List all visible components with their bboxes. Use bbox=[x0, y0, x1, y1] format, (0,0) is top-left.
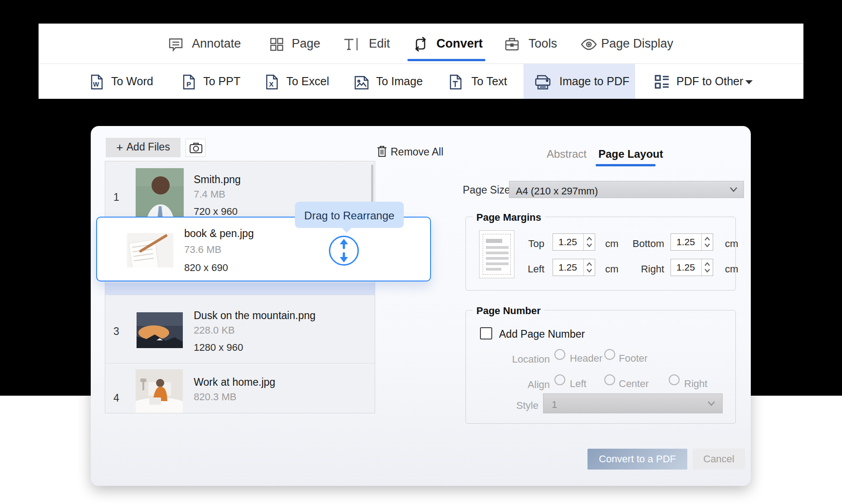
active-tab-underline bbox=[407, 59, 485, 61]
trash-icon bbox=[377, 145, 387, 160]
file-list[interactable]: 1 Smith.png 7.4 MB 720 x 960 3 bbox=[105, 161, 375, 413]
align-left-label[interactable]: Left bbox=[570, 379, 587, 389]
menu-to-text[interactable]: To Text bbox=[471, 76, 507, 87]
drag-to-rearrange-tooltip: Drag to Rearrange bbox=[295, 202, 404, 228]
file-thumbnail-home bbox=[136, 369, 183, 413]
menu-to-ppt[interactable]: To PPT bbox=[203, 76, 240, 87]
margin-right-input[interactable] bbox=[671, 259, 713, 276]
location-header-label[interactable]: Header bbox=[570, 354, 602, 363]
text-file-icon bbox=[448, 73, 464, 92]
stepper-arrows[interactable] bbox=[583, 259, 595, 276]
margin-right-label: Right bbox=[623, 263, 664, 275]
align-right-radio[interactable] bbox=[669, 374, 680, 385]
location-footer-radio[interactable] bbox=[604, 349, 615, 360]
briefcase-icon bbox=[504, 36, 520, 54]
active-tab-underline bbox=[596, 164, 656, 166]
margin-right-value[interactable] bbox=[671, 259, 702, 276]
image-to-pdf-icon bbox=[534, 73, 552, 92]
menu-pdf-to-other[interactable]: PDF to Other bbox=[676, 76, 743, 87]
drop-position-indicator bbox=[105, 283, 375, 295]
file-index: 4 bbox=[113, 392, 119, 404]
margin-bottom-value[interactable] bbox=[671, 234, 702, 250]
add-page-number-label[interactable]: Add Page Number bbox=[499, 329, 585, 339]
margin-left-value[interactable] bbox=[553, 259, 584, 276]
menu-to-image[interactable]: To Image bbox=[376, 76, 423, 87]
page-number-title: Page Number bbox=[473, 305, 544, 317]
tab-edit[interactable]: Edit bbox=[369, 38, 390, 50]
file-dimensions: 720 x 960 bbox=[194, 206, 238, 218]
page-margins-title: Page Margins bbox=[473, 212, 545, 223]
ppt-file-icon: P bbox=[181, 73, 197, 92]
row-divider bbox=[105, 363, 375, 363]
stepper-arrows[interactable] bbox=[701, 234, 713, 250]
image-to-pdf-dialog: + Add Files Remove All Abstract Page Lay… bbox=[91, 126, 751, 486]
menu-to-excel[interactable]: To Excel bbox=[286, 76, 329, 87]
cancel-button[interactable]: Cancel bbox=[693, 449, 745, 470]
stepper-arrows[interactable] bbox=[583, 234, 595, 250]
file-name: Smith.png bbox=[194, 174, 241, 186]
margin-top-value[interactable] bbox=[553, 234, 584, 250]
toolbar-divider bbox=[39, 63, 803, 64]
margin-top-input[interactable] bbox=[553, 233, 595, 251]
tab-page-display[interactable]: Page Display bbox=[601, 38, 673, 50]
style-value: 1 bbox=[552, 399, 557, 411]
excel-file-icon: X bbox=[264, 73, 280, 92]
page-size-dropdown[interactable]: A4 (210 x 297mm) bbox=[509, 181, 744, 198]
file-size: 228.0 KB bbox=[194, 325, 235, 336]
tab-tools[interactable]: Tools bbox=[529, 38, 557, 50]
align-center-radio[interactable] bbox=[604, 374, 615, 385]
margin-top-label: Top bbox=[513, 238, 544, 250]
drag-handle-icon[interactable] bbox=[329, 236, 359, 266]
align-left-radio[interactable] bbox=[554, 374, 565, 385]
margin-bottom-input[interactable] bbox=[671, 233, 713, 251]
align-center-label[interactable]: Center bbox=[619, 379, 649, 389]
tab-page-layout[interactable]: Page Layout bbox=[598, 149, 663, 160]
remove-all-label[interactable]: Remove All bbox=[391, 147, 443, 157]
pdf-to-other-icon bbox=[654, 73, 670, 92]
margin-left-input[interactable] bbox=[553, 259, 595, 276]
stepper-arrows[interactable] bbox=[701, 259, 713, 276]
camera-capture-button[interactable] bbox=[186, 139, 206, 157]
tab-page[interactable]: Page bbox=[292, 38, 320, 50]
menu-to-word[interactable]: To Word bbox=[111, 76, 153, 87]
menu-image-to-pdf[interactable]: Image to PDF bbox=[559, 76, 629, 87]
file-index: 1 bbox=[113, 191, 119, 204]
add-page-number-checkbox[interactable] bbox=[480, 327, 492, 339]
location-footer-label[interactable]: Footer bbox=[619, 354, 648, 363]
margins-preview-icon bbox=[479, 230, 514, 278]
unit-label: cm bbox=[725, 238, 738, 250]
add-files-button[interactable]: + Add Files bbox=[106, 138, 181, 157]
align-right-label[interactable]: Right bbox=[684, 379, 707, 389]
file-dimensions: 820 x 690 bbox=[184, 262, 228, 274]
file-dimensions: 1280 x 960 bbox=[194, 342, 243, 354]
file-size: 820.3 MB bbox=[194, 391, 236, 403]
chevron-down-icon bbox=[707, 400, 716, 408]
file-name: book & pen.jpg bbox=[184, 228, 254, 240]
eye-icon bbox=[580, 37, 598, 54]
image-file-icon bbox=[353, 73, 370, 92]
file-size: 73.6 MB bbox=[184, 244, 221, 256]
tab-convert[interactable]: Convert bbox=[436, 38, 483, 50]
tab-annotate[interactable]: Annotate bbox=[192, 38, 241, 50]
location-header-radio[interactable] bbox=[554, 349, 565, 360]
page-size-label: Page Size bbox=[463, 185, 502, 195]
camera-icon bbox=[189, 142, 203, 156]
file-name: Dusk on the mountain.png bbox=[194, 310, 316, 322]
chevron-down-icon bbox=[729, 186, 738, 194]
svg-text:W: W bbox=[93, 81, 99, 88]
text-cursor-icon bbox=[342, 36, 360, 54]
tooltip-pointer bbox=[341, 227, 352, 233]
file-index: 3 bbox=[113, 325, 119, 338]
style-dropdown[interactable]: 1 bbox=[543, 393, 723, 413]
plus-icon: + bbox=[116, 141, 126, 154]
tab-abstract[interactable]: Abstract bbox=[547, 149, 587, 160]
file-thumbnail-notebook bbox=[127, 233, 173, 267]
grid-icon bbox=[268, 36, 285, 54]
margin-left-label: Left bbox=[513, 263, 544, 275]
convert-to-pdf-button[interactable]: Convert to a PDF bbox=[587, 449, 687, 470]
file-thumbnail-landscape bbox=[137, 312, 183, 348]
location-label: Location bbox=[509, 354, 550, 365]
unit-label: cm bbox=[605, 263, 618, 275]
chevron-down-icon[interactable] bbox=[744, 78, 754, 87]
svg-text:P: P bbox=[186, 80, 191, 88]
